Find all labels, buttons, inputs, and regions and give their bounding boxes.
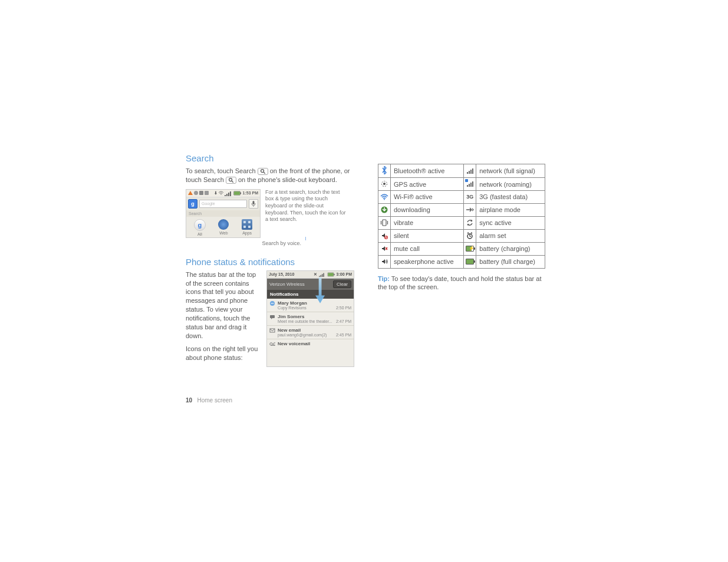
gps-icon [380,180,388,188]
voice-callout: Search by voice. [201,240,301,246]
voicemail-icon [269,341,275,347]
right-column: Bluetooth® active network (full signal) … [378,153,545,367]
battery-icon [327,272,333,276]
np-time: 3:00 PM [337,272,352,276]
status-icons-table: Bluetooth® active network (full signal) … [378,164,545,269]
chat-icon [269,300,275,306]
search-widget: ⬇ 1:53 PM g Google S [186,189,261,238]
mail-icon [269,328,275,333]
status-label: Bluetooth® active [391,164,464,178]
sync-icon [466,219,474,227]
status-icon [205,191,209,195]
status-icon [199,191,203,195]
google-badge-icon[interactable]: g [188,199,197,209]
notification-panel: July 15, 2010 ✕ 3:00 PM Verizon Wireless… [266,270,354,367]
left-column: Search To search, touch Search on the fr… [186,153,354,367]
signal-icon [319,272,324,277]
search-body-seg1: To search, touch Search [186,167,258,174]
svg-point-6 [271,303,272,304]
speakerphone-icon [380,257,388,266]
svg-point-0 [261,170,263,173]
voice-search-button[interactable] [249,199,258,209]
wifi-icon [380,193,388,201]
status-icon: ⬇ [214,191,218,196]
status-label: alarm set [476,229,545,242]
search-callout: For a text search, touch the text box & … [265,189,348,223]
svg-point-2 [229,178,232,181]
roaming-icon [466,180,474,189]
status-label: Wi-Fi® active [391,191,464,204]
airplane-icon [466,206,474,214]
svg-point-16 [384,199,385,200]
search-figure: ⬇ 1:53 PM g Google S [186,189,354,238]
np-header: Notifications [267,290,354,299]
status-body-2: Icons on the right tell you about phone … [186,345,261,362]
svg-line-22 [386,236,387,238]
bluetooth-icon [380,166,388,174]
widget-status-bar: ⬇ 1:53 PM [186,190,260,197]
battery-full-icon [466,257,474,266]
silent-icon [380,232,388,240]
warning-icon [188,191,193,195]
tip-text: Tip: To see today's date, touch and hold… [378,275,545,292]
notification-row[interactable]: New voicemail [267,339,354,349]
np-date: July 15, 2010 [269,272,294,276]
svg-point-14 [383,183,386,185]
status-label: downloading [391,203,464,216]
notification-row[interactable]: New emailpaul.wang6@gmail.com(2) 2:45 PM [267,326,354,339]
search-input[interactable]: Google [199,200,247,208]
page-content: Search To search, touch Search on the fr… [186,153,545,367]
search-heading: Search [186,153,354,163]
search-cat-all[interactable]: g All [194,219,206,236]
tip-label: Tip: [378,275,390,282]
widget-time: 1:53 PM [243,191,258,195]
status-label: battery (full charge) [476,255,545,268]
signal-icon [225,190,231,196]
status-icon [194,191,198,195]
tip-body: To see today's date, touch and hold the … [378,275,542,291]
battery-icon [233,191,240,195]
search-tab-label: Search [186,210,260,217]
np-carrier-row: Verizon Wireless Clear [267,279,354,290]
search-cat-apps[interactable]: Apps [242,219,252,236]
mute-call-icon [380,244,388,253]
status-label: airplane mode [476,203,545,216]
search-categories: g All Web Apps [186,217,260,237]
search-body-seg3: on the phone's slide-out keyboard. [238,176,337,183]
status-label: vibrate [391,216,464,229]
footer-section: Home screen [197,397,232,404]
svg-rect-4 [253,201,255,204]
status-label: 3G (fastest data) [476,191,545,204]
search-body: To search, touch Search on the front of … [186,167,354,184]
download-icon [380,206,388,214]
svg-line-1 [263,172,265,174]
status-label: network (full signal) [476,164,545,178]
status-label: sync active [476,216,545,229]
svg-rect-18 [383,220,386,226]
status-label: GPS active [391,178,464,191]
notification-row[interactable]: Mary MorganCopy Revisions 2:50 PM [267,299,354,312]
status-text-column: The status bar at the top of the screen … [186,270,261,367]
status-label: battery (charging) [476,242,545,255]
page-number: 10 [186,397,192,404]
notification-row[interactable]: Jim SomersMeet me outside the theater...… [267,312,354,326]
svg-point-8 [273,303,274,304]
search-key-icon [226,177,236,184]
status-heading: Phone status & notifications [186,257,354,267]
search-cat-web[interactable]: Web [218,219,229,236]
wifi-icon [219,191,223,195]
status-label: network (roaming) [476,178,545,191]
status-label: silent [391,229,464,242]
np-carrier: Verizon Wireless [269,282,305,287]
np-status-bar: July 15, 2010 ✕ 3:00 PM [267,271,354,279]
battery-charging-icon: ⚡ [466,244,474,253]
status-icon: ✕ [314,272,317,277]
status-body-1: The status bar at the top of the screen … [186,270,261,340]
sms-icon [269,314,275,320]
svg-point-12 [274,342,275,345]
signal-icon [466,167,474,175]
alarm-icon [466,232,474,240]
clear-button[interactable]: Clear [333,280,351,288]
svg-line-3 [232,181,233,183]
search-key-icon [258,168,268,175]
